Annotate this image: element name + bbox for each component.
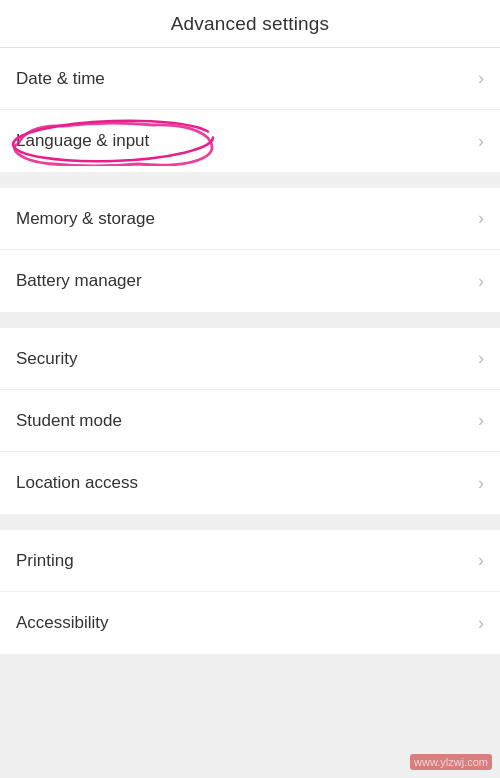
chevron-icon: › <box>478 410 484 431</box>
settings-item-printing[interactable]: Printing › <box>0 530 500 592</box>
header: Advanced settings <box>0 0 500 48</box>
settings-item-language-input[interactable]: Language & input › <box>0 110 500 172</box>
chevron-icon: › <box>478 68 484 89</box>
security-label: Security <box>16 349 77 369</box>
settings-item-location-access[interactable]: Location access › <box>0 452 500 514</box>
chevron-icon: › <box>478 208 484 229</box>
settings-item-battery-manager[interactable]: Battery manager › <box>0 250 500 312</box>
accessibility-label: Accessibility <box>16 613 109 633</box>
section-group-3: Security › Student mode › Location acces… <box>0 328 500 514</box>
settings-item-memory-storage[interactable]: Memory & storage › <box>0 188 500 250</box>
settings-item-student-mode[interactable]: Student mode › <box>0 390 500 452</box>
section-divider-1 <box>0 180 500 188</box>
chevron-icon: › <box>478 348 484 369</box>
chevron-icon: › <box>478 271 484 292</box>
memory-storage-label: Memory & storage <box>16 209 155 229</box>
page-title: Advanced settings <box>171 13 330 35</box>
chevron-icon: › <box>478 131 484 152</box>
watermark: www.ylzwj.com <box>410 754 492 770</box>
chevron-icon: › <box>478 473 484 494</box>
settings-item-accessibility[interactable]: Accessibility › <box>0 592 500 654</box>
battery-manager-label: Battery manager <box>16 271 142 291</box>
page-container: Advanced settings Date & time › Language… <box>0 0 500 778</box>
section-group-4: Printing › Accessibility › <box>0 530 500 654</box>
section-group-1: Date & time › Language & input › <box>0 48 500 172</box>
section-group-2: Memory & storage › Battery manager › <box>0 188 500 312</box>
date-time-label: Date & time <box>16 69 105 89</box>
language-input-label: Language & input <box>16 131 149 151</box>
section-divider-3 <box>0 522 500 530</box>
location-access-label: Location access <box>16 473 138 493</box>
chevron-icon: › <box>478 613 484 634</box>
section-divider-2 <box>0 320 500 328</box>
student-mode-label: Student mode <box>16 411 122 431</box>
printing-label: Printing <box>16 551 74 571</box>
settings-item-date-time[interactable]: Date & time › <box>0 48 500 110</box>
chevron-icon: › <box>478 550 484 571</box>
settings-item-security[interactable]: Security › <box>0 328 500 390</box>
